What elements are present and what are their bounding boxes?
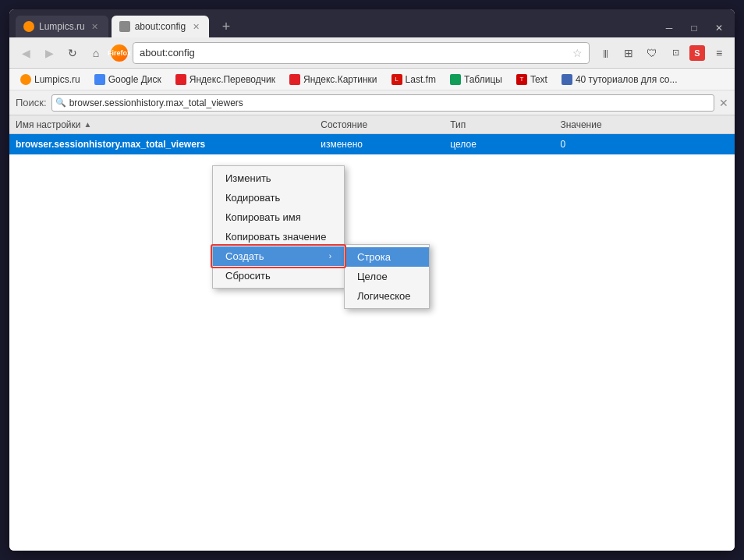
tab-lumpics[interactable]: Lumpics.ru ✕ (16, 16, 108, 37)
menu-item-edit-label: Изменить (225, 172, 271, 184)
bookmark-label-lastfm: Last.fm (406, 74, 436, 85)
nav-bar: ◀ ▶ ↻ ⌂ Firefox about:config ☆ ||| ⊞ 🛡 ⊡… (9, 37, 735, 69)
submenu-string-label: Строка (357, 251, 391, 263)
column-header-name[interactable]: Имя настройки ▲ (9, 119, 314, 130)
sync-icon[interactable]: S (689, 45, 705, 61)
search-bar: Поиск: 🔍 ✕ (9, 90, 735, 115)
minimize-button[interactable]: ─ (660, 22, 678, 34)
bookmarks-bar: Lumpics.ru Google Диск Яндекс.Переводчик… (9, 69, 735, 90)
tab-favicon-lumpics (23, 21, 34, 32)
table-body: browser.sessionhistory.max_total_viewers… (9, 134, 735, 551)
table-row[interactable]: browser.sessionhistory.max_total_viewers… (9, 134, 735, 154)
column-status-label: Состояние (321, 119, 367, 130)
cell-name: browser.sessionhistory.max_total_viewers (9, 139, 314, 150)
search-label: Поиск: (16, 97, 47, 108)
bookmark-text[interactable]: T Text (512, 73, 552, 87)
sidebar-icon[interactable]: ⊞ (619, 44, 638, 62)
window-controls: ─ □ ✕ (660, 22, 728, 37)
back-button[interactable]: ◀ (16, 43, 36, 63)
forward-button[interactable]: ▶ (39, 43, 59, 63)
column-header-status[interactable]: Состояние (314, 119, 444, 130)
tab-about-config[interactable]: about:config ✕ (112, 16, 209, 37)
context-menu: Изменить Кодировать Копировать имя Копир… (212, 165, 345, 289)
bookmark-label-tables: Таблицы (464, 74, 502, 85)
reload-button[interactable]: ↻ (62, 43, 83, 63)
column-type-label: Тип (450, 119, 466, 130)
submenu-item-boolean[interactable]: Логическое (345, 286, 429, 306)
submenu-item-integer[interactable]: Целое (345, 267, 429, 286)
nav-icons-right: ||| ⊞ 🛡 ⊡ S ≡ (596, 44, 728, 62)
bookmark-tables[interactable]: Таблицы (445, 73, 507, 87)
menu-item-reset-label: Сбросить (225, 270, 271, 282)
context-menu-overlay: Изменить Кодировать Копировать имя Копир… (212, 165, 345, 289)
home-icon: ⌂ (93, 47, 99, 59)
bookmark-tutorials[interactable]: 40 туториалов для со... (557, 73, 682, 87)
tab-close-lumpics[interactable]: ✕ (90, 21, 101, 32)
screenshot-icon[interactable]: ⊡ (666, 44, 685, 62)
bookmark-yandex-images[interactable]: Яндекс.Картинки (285, 73, 382, 87)
menu-item-copy-value[interactable]: Копировать значение (213, 227, 344, 246)
menu-item-copy-name-label: Копировать имя (225, 211, 301, 223)
bookmark-label-yandex-translate: Яндекс.Переводчик (190, 74, 275, 85)
column-header-value[interactable]: Значение (554, 119, 713, 130)
menu-icon[interactable]: ≡ (710, 44, 728, 62)
close-window-button[interactable]: ✕ (710, 22, 728, 34)
bookmark-favicon-tutorials (562, 74, 572, 85)
bookmark-label-gdrive: Google Диск (108, 74, 161, 85)
bookmark-lastfm[interactable]: L Last.fm (387, 73, 441, 87)
bookmark-yandex-translate[interactable]: Яндекс.Переводчик (171, 73, 280, 87)
bookmark-favicon-gdrive (94, 74, 105, 85)
url-text: about:config (140, 47, 568, 58)
title-bar: Lumpics.ru ✕ about:config ✕ + ─ □ ✕ (9, 9, 735, 37)
bookmark-favicon-lumpics (20, 74, 31, 85)
column-header-type[interactable]: Тип (444, 119, 554, 130)
menu-item-copy-name[interactable]: Копировать имя (213, 207, 344, 227)
menu-item-edit[interactable]: Изменить (213, 168, 344, 188)
tab-favicon-about-config (119, 21, 130, 32)
new-tab-button[interactable]: + (215, 16, 237, 37)
library-icon[interactable]: ||| (596, 44, 615, 62)
bookmark-star-icon[interactable]: ☆ (572, 47, 583, 59)
content-area: Поиск: 🔍 ✕ Имя настройки ▲ Состояние Тип… (9, 90, 735, 551)
back-icon: ◀ (22, 47, 30, 59)
submenu-integer-label: Целое (357, 271, 388, 282)
reload-icon: ↻ (68, 47, 77, 59)
cell-value: 0 (554, 139, 713, 150)
submenu-boolean-label: Логическое (357, 290, 411, 302)
home-button[interactable]: ⌂ (86, 43, 106, 63)
tab-label-lumpics: Lumpics.ru (39, 21, 85, 32)
tab-close-about-config[interactable]: ✕ (190, 21, 201, 32)
forward-icon: ▶ (45, 47, 54, 59)
bookmark-favicon-tables (450, 74, 461, 85)
menu-item-encode-label: Кодировать (225, 192, 280, 204)
bookmark-label-lumpics: Lumpics.ru (34, 74, 80, 85)
shield-icon[interactable]: 🛡 (643, 44, 661, 62)
firefox-label: Firefox (108, 49, 131, 57)
bookmark-lumpics[interactable]: Lumpics.ru (16, 73, 85, 87)
url-bar[interactable]: about:config ☆ (133, 42, 590, 64)
bookmark-favicon-yandex-images (289, 74, 300, 85)
search-input-wrap: 🔍 (51, 94, 714, 112)
maximize-button[interactable]: □ (685, 22, 703, 34)
menu-item-copy-value-label: Копировать значение (225, 231, 326, 243)
bookmark-label-yandex-images: Яндекс.Картинки (303, 74, 377, 85)
bookmark-gdrive[interactable]: Google Диск (90, 73, 166, 87)
menu-item-encode[interactable]: Кодировать (213, 188, 344, 207)
table-header: Имя настройки ▲ Состояние Тип Значение (9, 115, 735, 134)
firefox-logo: Firefox (111, 44, 128, 62)
menu-item-create-label: Создать (225, 250, 264, 262)
bookmark-favicon-lastfm: L (391, 74, 402, 85)
search-icon: 🔍 (55, 97, 66, 108)
menu-item-reset[interactable]: Сбросить (213, 266, 344, 285)
search-input[interactable] (69, 97, 710, 108)
column-value-label: Значение (560, 119, 601, 130)
bookmark-favicon-yandex-translate (175, 74, 186, 85)
bookmark-favicon-text: T (516, 74, 527, 85)
submenu-arrow-icon: › (329, 252, 331, 261)
cell-type: целое (444, 139, 554, 150)
search-clear-button[interactable]: ✕ (719, 97, 728, 109)
sort-arrow-icon: ▲ (84, 120, 92, 129)
menu-item-create[interactable]: Создать › Строка Целое Логическое (213, 246, 344, 266)
submenu-item-string[interactable]: Строка (345, 247, 429, 267)
column-name-label: Имя настройки (16, 119, 81, 130)
